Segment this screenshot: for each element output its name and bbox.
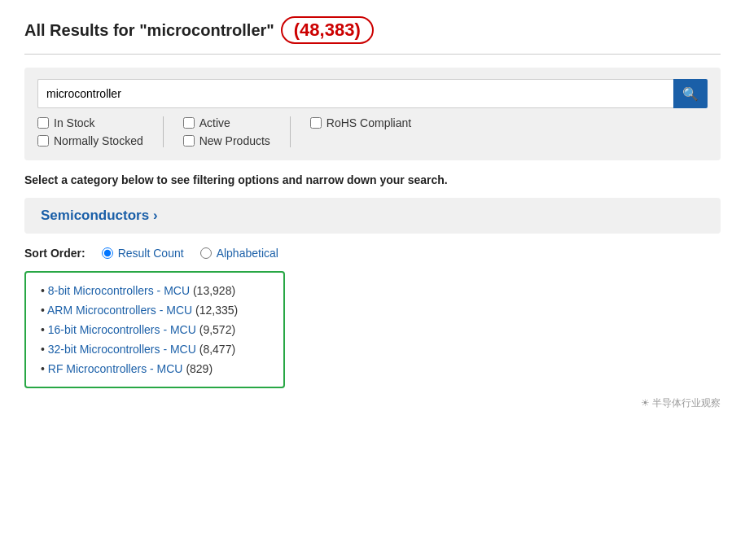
result-count-32bit: (8,477) bbox=[199, 343, 235, 356]
checkbox-normally-stocked[interactable] bbox=[37, 135, 49, 147]
filter-rohs-label: RoHS Compliant bbox=[326, 116, 411, 129]
list-item: • 32-bit Microcontrollers - MCU (8,477) bbox=[41, 343, 269, 356]
semiconductors-label: Semiconductors bbox=[41, 208, 149, 223]
title-divider bbox=[24, 54, 721, 55]
search-button[interactable]: 🔍 bbox=[673, 79, 708, 108]
filter-new-products[interactable]: New Products bbox=[183, 134, 270, 147]
filter-group-2: Active New Products bbox=[183, 116, 291, 147]
result-count-badge: (48,383) bbox=[281, 16, 374, 44]
list-item: • 8-bit Microcontrollers - MCU (13,928) bbox=[41, 284, 269, 297]
search-area: 🔍 In Stock Normally Stocked Active New P… bbox=[24, 68, 721, 160]
result-link-rf[interactable]: RF Microcontrollers - MCU bbox=[48, 362, 183, 375]
filter-group-1: In Stock Normally Stocked bbox=[37, 116, 164, 147]
list-item: • RF Microcontrollers - MCU (829) bbox=[41, 362, 269, 375]
filter-in-stock-label: In Stock bbox=[54, 116, 95, 129]
checkbox-rohs[interactable] bbox=[310, 117, 322, 129]
title-text: All Results for "microcontroller" bbox=[24, 21, 274, 40]
filters-row: In Stock Normally Stocked Active New Pro… bbox=[37, 116, 708, 147]
semiconductors-bar: Semiconductors › bbox=[24, 198, 721, 234]
sort-alphabetical[interactable]: Alphabetical bbox=[200, 247, 278, 260]
result-count-rf: (829) bbox=[186, 362, 213, 375]
search-icon: 🔍 bbox=[682, 86, 699, 102]
bullet: • bbox=[41, 284, 48, 297]
results-box: • 8-bit Microcontrollers - MCU (13,928) … bbox=[24, 271, 285, 388]
checkbox-active[interactable] bbox=[183, 117, 195, 129]
result-link-8bit[interactable]: 8-bit Microcontrollers - MCU bbox=[48, 284, 190, 297]
filter-rohs[interactable]: RoHS Compliant bbox=[310, 116, 411, 129]
result-count-16bit: (9,572) bbox=[199, 323, 235, 336]
sort-alphabetical-label: Alphabetical bbox=[217, 247, 278, 260]
result-link-16bit[interactable]: 16-bit Microcontrollers - MCU bbox=[48, 323, 196, 336]
list-item: • 16-bit Microcontrollers - MCU (9,572) bbox=[41, 323, 269, 336]
watermark: ☀ 半导体行业观察 bbox=[24, 396, 721, 410]
semiconductors-arrow: › bbox=[153, 208, 158, 223]
page-title: All Results for "microcontroller" (48,38… bbox=[24, 16, 721, 44]
radio-alphabetical[interactable] bbox=[200, 247, 212, 259]
result-link-arm[interactable]: ARM Microcontrollers - MCU bbox=[47, 304, 192, 317]
sort-order-label: Sort Order: bbox=[24, 247, 85, 260]
result-count-arm: (12,335) bbox=[195, 304, 238, 317]
checkbox-new-products[interactable] bbox=[183, 135, 195, 147]
bullet: • bbox=[41, 304, 47, 317]
filter-normally-stocked-label: Normally Stocked bbox=[54, 134, 143, 147]
filter-in-stock[interactable]: In Stock bbox=[37, 116, 143, 129]
filter-active-label: Active bbox=[199, 116, 230, 129]
search-row: 🔍 bbox=[37, 79, 708, 108]
bullet: • bbox=[41, 323, 48, 336]
filter-normally-stocked[interactable]: Normally Stocked bbox=[37, 134, 143, 147]
filter-new-products-label: New Products bbox=[199, 134, 270, 147]
result-link-32bit[interactable]: 32-bit Microcontrollers - MCU bbox=[48, 343, 196, 356]
sort-order-row: Sort Order: Result Count Alphabetical bbox=[24, 247, 721, 260]
bullet: • bbox=[41, 362, 48, 375]
semiconductors-link[interactable]: Semiconductors › bbox=[41, 208, 158, 223]
category-hint: Select a category below to see filtering… bbox=[24, 173, 721, 186]
filter-group-3: RoHS Compliant bbox=[310, 116, 431, 129]
radio-result-count[interactable] bbox=[102, 247, 113, 259]
checkbox-in-stock[interactable] bbox=[37, 117, 49, 129]
filter-active[interactable]: Active bbox=[183, 116, 270, 129]
search-input[interactable] bbox=[37, 79, 673, 108]
list-item: • ARM Microcontrollers - MCU (12,335) bbox=[41, 304, 269, 317]
sort-result-count-label: Result Count bbox=[118, 247, 184, 260]
sort-result-count[interactable]: Result Count bbox=[102, 247, 184, 260]
bullet: • bbox=[41, 343, 48, 356]
result-count-8bit: (13,928) bbox=[193, 284, 235, 297]
